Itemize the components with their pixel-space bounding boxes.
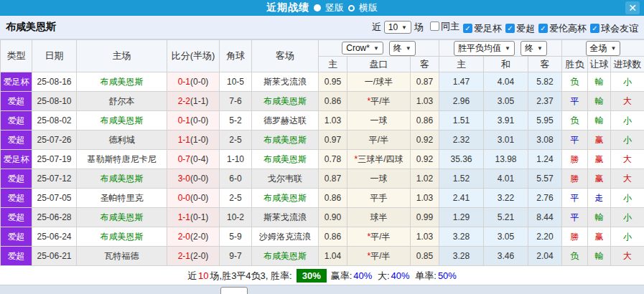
chevron-down-icon: ▼	[401, 24, 407, 31]
subheader-asian-home: 主	[319, 57, 347, 72]
league-checkbox-label: 同主	[441, 20, 459, 33]
league-checkbox[interactable]: ✓爱足杯	[463, 22, 502, 35]
avg-win: 35.36	[439, 150, 484, 169]
avg-draw: 4.01	[484, 169, 528, 189]
outcome: 平	[562, 92, 588, 111]
europe-odds-select[interactable]: 胜平负均值▼	[454, 41, 515, 56]
checked-checkbox-icon[interactable]: ✓	[463, 24, 472, 33]
league-checkbox-label: 爱伦高杯	[549, 22, 587, 35]
handicap: 一球	[347, 169, 411, 189]
footer-prefix: 近	[187, 270, 197, 283]
goals-result: 小	[611, 227, 644, 247]
goals-result: 小	[611, 131, 644, 150]
chevron-down-icon: ▼	[537, 45, 543, 52]
goals-result: 小	[611, 72, 644, 92]
vertical-layout-label[interactable]: 竖版	[325, 1, 344, 14]
checked-checkbox-icon[interactable]: ✓	[505, 24, 515, 33]
handicap-result: 赢	[588, 150, 611, 169]
league-checkbox[interactable]: ✓爱伦高杯	[538, 22, 587, 35]
result-header-group: 全场▼	[562, 40, 644, 57]
league-type: 爱超	[1, 92, 32, 111]
subheader-asian-away: 客	[411, 57, 439, 72]
handicap-result: 赢	[588, 169, 611, 189]
league-checkbox[interactable]: ✓球会友谊	[590, 22, 638, 35]
header-corner: 角球	[220, 40, 252, 72]
asian-time-select[interactable]: 终▼	[389, 41, 416, 56]
checked-checkbox-icon[interactable]: ✓	[538, 24, 548, 33]
avg-lose: 1.24	[528, 150, 562, 169]
footer-pair2-value: 40%	[391, 270, 410, 281]
goals-result: 大	[611, 150, 644, 169]
bookmaker-select[interactable]: Crow*▼	[342, 42, 383, 54]
vertical-layout-radio-icon[interactable]	[314, 4, 321, 11]
avg-win: 2.32	[439, 131, 484, 150]
recent-count-select[interactable]: 10 ▼	[384, 21, 411, 34]
europe-time-select[interactable]: 终▼	[521, 41, 547, 56]
handicap: 平/半	[347, 131, 411, 150]
asian-odds-away: 1.02	[411, 169, 439, 189]
close-icon[interactable]: ✕	[625, 1, 640, 14]
handicap: 一球	[347, 111, 411, 131]
match-row: 爱超25-07-12布咸美恩斯3-0(0-0)6-0戈尔韦联0.87一球1.02…	[1, 169, 644, 189]
recent-results-panel: 近期战绩 竖版 横版 ✕ 布咸美恩斯 近 10 ▼ 场 同主✓爱足杯✓爱超✓爱伦…	[0, 0, 644, 294]
corner-stat: 6-0	[220, 169, 252, 189]
asian-odds-away: 1.03	[411, 92, 439, 111]
avg-draw: 3.01	[484, 131, 528, 150]
win-rate-badge: 30%	[297, 269, 327, 283]
subheader-goals: 进球数	[611, 57, 644, 72]
checked-checkbox-icon[interactable]: ✓	[590, 24, 599, 33]
avg-draw: 13.98	[484, 150, 528, 169]
summary-footer: 近 10 场,胜3平4负3, 胜率: 30% 赢率: 40% 大: 40% 单率…	[0, 266, 644, 285]
handicap: 球半	[347, 208, 411, 227]
corner-stat: 7-6	[220, 92, 252, 111]
recent-suffix-label: 场	[414, 21, 424, 34]
title-bar: 近期战绩 竖版 横版 ✕	[0, 0, 644, 16]
asian-odds-home: 0.78	[319, 150, 347, 169]
home-team: 瓦特福德	[77, 247, 167, 266]
handicap-result: 輸	[588, 72, 611, 92]
asian-odds-away: 0.99	[411, 208, 439, 227]
league-checkbox[interactable]: ✓爱超	[505, 22, 535, 35]
outcome: 勝	[562, 169, 588, 189]
horizontal-layout-label[interactable]: 横版	[359, 1, 378, 14]
scope-select[interactable]: 全场▼	[586, 41, 621, 56]
home-team: 基勒斯特唐尼卡尼	[77, 150, 167, 169]
score: 1-1(0-1)	[167, 208, 220, 227]
league-type: 爱超	[1, 227, 32, 247]
league-checkbox-label: 爱超	[516, 22, 535, 35]
match-row: 爱超25-08-02布咸美恩斯0-1(0-0)5-2德罗赫达联1.03一球0.8…	[1, 111, 644, 131]
chevron-down-icon: ▼	[373, 45, 379, 52]
header-date: 日期	[32, 40, 77, 72]
league-type: 爱足杯	[1, 72, 32, 92]
handicap: 平手	[347, 189, 411, 208]
corner-stat: 5-2	[220, 111, 252, 131]
away-team: 斯莱戈流浪	[252, 208, 319, 227]
subheader-avg-win: 主	[439, 57, 484, 72]
avg-lose: 2.04	[528, 247, 562, 266]
corner-stat: 10-2	[220, 208, 252, 227]
corner-stat: 2-5	[220, 189, 252, 208]
match-row: 爱超25-06-21瓦特福德2-1(2-0)9-7布咸美恩斯1.04*平/半0.…	[1, 247, 644, 266]
subheader-handicap: 盘口	[347, 57, 411, 72]
match-row: 爱超25-06-28布咸美恩斯1-1(0-1)10-2斯莱戈流浪0.90球半0.…	[1, 208, 644, 227]
avg-draw: 3.22	[484, 189, 528, 208]
match-date: 25-06-24	[32, 227, 77, 247]
league-checkbox[interactable]: 同主	[430, 20, 459, 33]
asian-odds-home: 0.86	[319, 189, 347, 208]
footer-pair2-label: 大:	[378, 270, 390, 283]
match-date: 25-07-19	[32, 150, 77, 169]
header-score: 比分(半场)	[167, 40, 220, 72]
outcome: 负	[562, 111, 588, 131]
away-team: 布咸美恩斯	[252, 131, 319, 150]
league-checkbox-label: 球会友谊	[601, 22, 638, 35]
avg-win: 3.28	[439, 247, 484, 266]
partial-select[interactable]	[220, 287, 248, 294]
horizontal-layout-radio-icon[interactable]	[348, 5, 355, 11]
score: 2-0(2-0)	[167, 227, 220, 247]
away-team: 斯莱戈流浪	[252, 72, 319, 92]
match-date: 25-08-16	[32, 72, 77, 92]
unchecked-checkbox-icon[interactable]	[430, 22, 439, 31]
asian-odds-home: 0.86	[319, 227, 347, 247]
avg-lose: 5.82	[528, 72, 562, 92]
asian-odds-home: 0.90	[319, 208, 347, 227]
